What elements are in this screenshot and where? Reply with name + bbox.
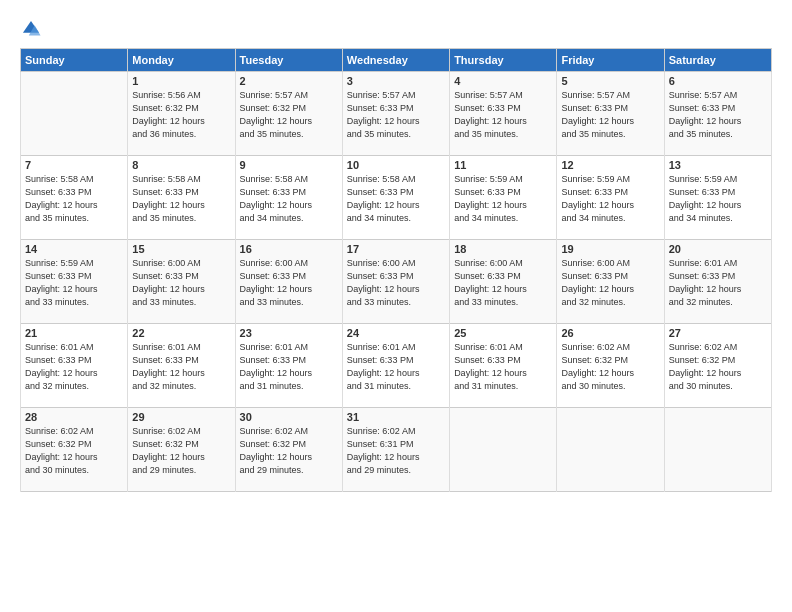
- header: [20, 18, 772, 40]
- day-info: Sunrise: 5:57 AM Sunset: 6:33 PM Dayligh…: [347, 89, 445, 141]
- day-number: 8: [132, 159, 230, 171]
- day-cell: 18Sunrise: 6:00 AM Sunset: 6:33 PM Dayli…: [450, 240, 557, 324]
- day-number: 19: [561, 243, 659, 255]
- day-number: 26: [561, 327, 659, 339]
- day-info: Sunrise: 6:00 AM Sunset: 6:33 PM Dayligh…: [347, 257, 445, 309]
- day-number: 3: [347, 75, 445, 87]
- calendar-table: SundayMondayTuesdayWednesdayThursdayFrid…: [20, 48, 772, 492]
- day-number: 21: [25, 327, 123, 339]
- day-number: 15: [132, 243, 230, 255]
- day-cell: [664, 408, 771, 492]
- day-number: 10: [347, 159, 445, 171]
- day-number: 28: [25, 411, 123, 423]
- day-cell: 6Sunrise: 5:57 AM Sunset: 6:33 PM Daylig…: [664, 72, 771, 156]
- day-number: 25: [454, 327, 552, 339]
- day-info: Sunrise: 6:02 AM Sunset: 6:32 PM Dayligh…: [240, 425, 338, 477]
- day-info: Sunrise: 6:00 AM Sunset: 6:33 PM Dayligh…: [132, 257, 230, 309]
- day-info: Sunrise: 5:59 AM Sunset: 6:33 PM Dayligh…: [669, 173, 767, 225]
- header-cell: Wednesday: [342, 49, 449, 72]
- day-number: 5: [561, 75, 659, 87]
- day-cell: 14Sunrise: 5:59 AM Sunset: 6:33 PM Dayli…: [21, 240, 128, 324]
- day-info: Sunrise: 5:58 AM Sunset: 6:33 PM Dayligh…: [347, 173, 445, 225]
- day-number: 13: [669, 159, 767, 171]
- day-cell: [557, 408, 664, 492]
- day-info: Sunrise: 6:02 AM Sunset: 6:31 PM Dayligh…: [347, 425, 445, 477]
- day-cell: 19Sunrise: 6:00 AM Sunset: 6:33 PM Dayli…: [557, 240, 664, 324]
- day-info: Sunrise: 6:01 AM Sunset: 6:33 PM Dayligh…: [240, 341, 338, 393]
- header-cell: Saturday: [664, 49, 771, 72]
- day-cell: 27Sunrise: 6:02 AM Sunset: 6:32 PM Dayli…: [664, 324, 771, 408]
- day-number: 17: [347, 243, 445, 255]
- day-cell: 29Sunrise: 6:02 AM Sunset: 6:32 PM Dayli…: [128, 408, 235, 492]
- day-cell: 4Sunrise: 5:57 AM Sunset: 6:33 PM Daylig…: [450, 72, 557, 156]
- day-number: 14: [25, 243, 123, 255]
- day-cell: 25Sunrise: 6:01 AM Sunset: 6:33 PM Dayli…: [450, 324, 557, 408]
- day-number: 4: [454, 75, 552, 87]
- day-cell: 10Sunrise: 5:58 AM Sunset: 6:33 PM Dayli…: [342, 156, 449, 240]
- day-number: 7: [25, 159, 123, 171]
- day-cell: 7Sunrise: 5:58 AM Sunset: 6:33 PM Daylig…: [21, 156, 128, 240]
- day-info: Sunrise: 6:02 AM Sunset: 6:32 PM Dayligh…: [132, 425, 230, 477]
- day-cell: 20Sunrise: 6:01 AM Sunset: 6:33 PM Dayli…: [664, 240, 771, 324]
- day-number: 12: [561, 159, 659, 171]
- day-number: 27: [669, 327, 767, 339]
- day-cell: 3Sunrise: 5:57 AM Sunset: 6:33 PM Daylig…: [342, 72, 449, 156]
- day-number: 23: [240, 327, 338, 339]
- header-row: SundayMondayTuesdayWednesdayThursdayFrid…: [21, 49, 772, 72]
- day-cell: 17Sunrise: 6:00 AM Sunset: 6:33 PM Dayli…: [342, 240, 449, 324]
- day-info: Sunrise: 5:59 AM Sunset: 6:33 PM Dayligh…: [25, 257, 123, 309]
- day-cell: 5Sunrise: 5:57 AM Sunset: 6:33 PM Daylig…: [557, 72, 664, 156]
- day-cell: 11Sunrise: 5:59 AM Sunset: 6:33 PM Dayli…: [450, 156, 557, 240]
- header-cell: Monday: [128, 49, 235, 72]
- week-row: 28Sunrise: 6:02 AM Sunset: 6:32 PM Dayli…: [21, 408, 772, 492]
- day-cell: 23Sunrise: 6:01 AM Sunset: 6:33 PM Dayli…: [235, 324, 342, 408]
- day-info: Sunrise: 6:02 AM Sunset: 6:32 PM Dayligh…: [669, 341, 767, 393]
- day-info: Sunrise: 5:59 AM Sunset: 6:33 PM Dayligh…: [561, 173, 659, 225]
- day-number: 11: [454, 159, 552, 171]
- day-cell: 8Sunrise: 5:58 AM Sunset: 6:33 PM Daylig…: [128, 156, 235, 240]
- day-cell: 22Sunrise: 6:01 AM Sunset: 6:33 PM Dayli…: [128, 324, 235, 408]
- day-cell: 1Sunrise: 5:56 AM Sunset: 6:32 PM Daylig…: [128, 72, 235, 156]
- day-info: Sunrise: 5:58 AM Sunset: 6:33 PM Dayligh…: [132, 173, 230, 225]
- day-cell: 15Sunrise: 6:00 AM Sunset: 6:33 PM Dayli…: [128, 240, 235, 324]
- day-info: Sunrise: 5:57 AM Sunset: 6:33 PM Dayligh…: [454, 89, 552, 141]
- day-cell: 24Sunrise: 6:01 AM Sunset: 6:33 PM Dayli…: [342, 324, 449, 408]
- day-info: Sunrise: 5:57 AM Sunset: 6:33 PM Dayligh…: [669, 89, 767, 141]
- day-cell: 16Sunrise: 6:00 AM Sunset: 6:33 PM Dayli…: [235, 240, 342, 324]
- day-number: 22: [132, 327, 230, 339]
- day-info: Sunrise: 6:00 AM Sunset: 6:33 PM Dayligh…: [561, 257, 659, 309]
- day-info: Sunrise: 6:01 AM Sunset: 6:33 PM Dayligh…: [132, 341, 230, 393]
- day-info: Sunrise: 6:02 AM Sunset: 6:32 PM Dayligh…: [561, 341, 659, 393]
- header-cell: Friday: [557, 49, 664, 72]
- day-info: Sunrise: 6:01 AM Sunset: 6:33 PM Dayligh…: [347, 341, 445, 393]
- day-cell: 31Sunrise: 6:02 AM Sunset: 6:31 PM Dayli…: [342, 408, 449, 492]
- day-number: 16: [240, 243, 338, 255]
- day-number: 18: [454, 243, 552, 255]
- header-cell: Tuesday: [235, 49, 342, 72]
- week-row: 14Sunrise: 5:59 AM Sunset: 6:33 PM Dayli…: [21, 240, 772, 324]
- day-info: Sunrise: 5:56 AM Sunset: 6:32 PM Dayligh…: [132, 89, 230, 141]
- day-number: 1: [132, 75, 230, 87]
- day-cell: 2Sunrise: 5:57 AM Sunset: 6:32 PM Daylig…: [235, 72, 342, 156]
- day-number: 24: [347, 327, 445, 339]
- day-info: Sunrise: 5:58 AM Sunset: 6:33 PM Dayligh…: [25, 173, 123, 225]
- day-number: 30: [240, 411, 338, 423]
- day-info: Sunrise: 6:00 AM Sunset: 6:33 PM Dayligh…: [240, 257, 338, 309]
- day-info: Sunrise: 5:58 AM Sunset: 6:33 PM Dayligh…: [240, 173, 338, 225]
- week-row: 1Sunrise: 5:56 AM Sunset: 6:32 PM Daylig…: [21, 72, 772, 156]
- day-number: 29: [132, 411, 230, 423]
- day-info: Sunrise: 6:02 AM Sunset: 6:32 PM Dayligh…: [25, 425, 123, 477]
- day-info: Sunrise: 6:01 AM Sunset: 6:33 PM Dayligh…: [454, 341, 552, 393]
- day-cell: 13Sunrise: 5:59 AM Sunset: 6:33 PM Dayli…: [664, 156, 771, 240]
- day-info: Sunrise: 5:57 AM Sunset: 6:33 PM Dayligh…: [561, 89, 659, 141]
- day-cell: 28Sunrise: 6:02 AM Sunset: 6:32 PM Dayli…: [21, 408, 128, 492]
- page: SundayMondayTuesdayWednesdayThursdayFrid…: [0, 0, 792, 612]
- day-cell: [450, 408, 557, 492]
- week-row: 7Sunrise: 5:58 AM Sunset: 6:33 PM Daylig…: [21, 156, 772, 240]
- day-number: 2: [240, 75, 338, 87]
- day-number: 31: [347, 411, 445, 423]
- week-row: 21Sunrise: 6:01 AM Sunset: 6:33 PM Dayli…: [21, 324, 772, 408]
- day-info: Sunrise: 5:59 AM Sunset: 6:33 PM Dayligh…: [454, 173, 552, 225]
- day-info: Sunrise: 5:57 AM Sunset: 6:32 PM Dayligh…: [240, 89, 338, 141]
- day-info: Sunrise: 6:01 AM Sunset: 6:33 PM Dayligh…: [25, 341, 123, 393]
